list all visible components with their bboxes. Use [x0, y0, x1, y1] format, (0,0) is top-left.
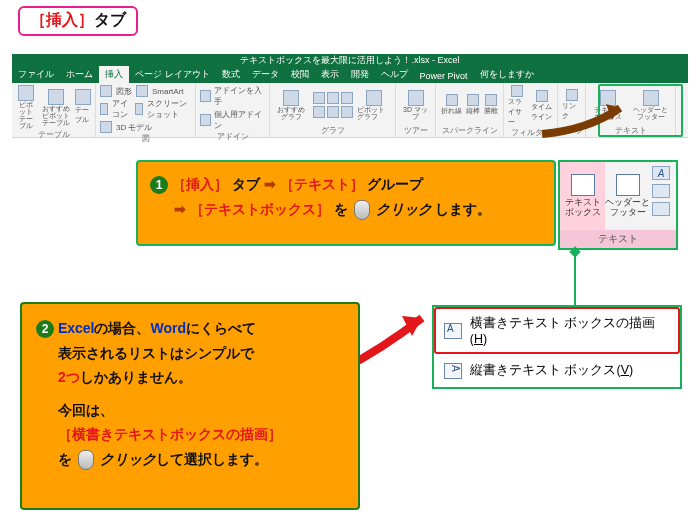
menu-h-text: 横書きテキスト ボックスの描画(H) [470, 315, 670, 346]
tab-home[interactable]: ホーム [60, 66, 99, 83]
group-table: ピボットテーブル おすすめ ピボットテーブル テーブル テーブル [12, 83, 96, 137]
zoom-textbox-button[interactable]: テキスト ボックス [560, 162, 605, 230]
menu-v-accel: V [621, 363, 629, 377]
reco-chart-label: おすすめグラフ [274, 106, 309, 120]
c2-two: 2つ [58, 369, 80, 385]
arrow-icon: ➡ [264, 176, 276, 192]
menu-v-pre: 縦書きテキスト ボックス( [470, 363, 621, 377]
c2-l2: 表示されるリストはシンプルで [36, 341, 344, 366]
link-icon[interactable] [566, 89, 578, 101]
insert-tab-callout: ［挿入］タブ [18, 6, 138, 36]
menu-horizontal-textbox[interactable]: 横書きテキスト ボックスの描画(H) [434, 307, 680, 354]
textbox-dropdown-menu: 横書きテキスト ボックスの描画(H) 縦書きテキスト ボックス(V) [432, 305, 682, 389]
c1-shimasu: します。 [435, 201, 491, 217]
instruction-callout-1: 1 ［挿入］ タブ ➡ ［テキスト］ グループ ➡ ［テキストボックス］ を ク… [136, 160, 556, 246]
chart-type-icon[interactable] [327, 92, 339, 104]
my-addins-icon[interactable] [200, 114, 211, 126]
headerfooter-icon[interactable] [643, 90, 659, 106]
shapes-icon[interactable] [100, 85, 112, 97]
pivot-icon[interactable] [18, 85, 34, 101]
slicer-label: スライサー [508, 97, 527, 127]
c2-t1: の場合、 [94, 320, 150, 336]
pivot-reco-label: おすすめ ピボットテーブル [40, 105, 71, 126]
tab-tell[interactable]: 何をしますか [474, 66, 540, 83]
get-addins-icon[interactable] [200, 90, 211, 102]
tab-layout[interactable]: ページ レイアウト [129, 66, 216, 83]
menu-v-post: ) [629, 363, 633, 377]
get-addins-label: アドインを入手 [214, 85, 265, 107]
chart-type-icon[interactable] [341, 106, 353, 118]
wordart-icon[interactable]: A [652, 166, 670, 180]
smartart-label: SmartArt [152, 87, 184, 96]
ribbon: ピボットテーブル おすすめ ピボットテーブル テーブル テーブル 図形Smart… [12, 83, 688, 138]
signature-icon[interactable] [652, 184, 670, 198]
spark-winloss-label: 勝敗 [484, 106, 498, 116]
c2-t4: して選択します。 [156, 451, 268, 467]
group-charts-label: グラフ [321, 125, 345, 137]
c2-l5: ［横書きテキストボックスの描画］ [36, 422, 344, 447]
smartart-icon[interactable] [136, 85, 148, 97]
pivotchart-icon[interactable] [366, 90, 382, 106]
group-illustrations-label: 図 [142, 133, 150, 145]
zoom-group-label: テキスト [560, 230, 676, 248]
3dmap-icon[interactable] [408, 90, 424, 106]
svg-marker-1 [402, 316, 422, 336]
menu-v-text: 縦書きテキスト ボックス(V) [470, 362, 633, 379]
chart-type-icon[interactable] [327, 106, 339, 118]
c2-word: Word [150, 320, 186, 336]
menu-h-pre: 横書きテキスト ボックスの描画( [470, 316, 655, 346]
object-icon[interactable] [652, 202, 670, 216]
screenshot-icon[interactable] [135, 103, 143, 115]
pivot-reco-icon[interactable] [48, 89, 64, 105]
text-group-zoom: テキスト ボックス ヘッダーと フッター A テキスト [558, 160, 678, 250]
pivotchart-label: ピボットグラフ [357, 106, 392, 120]
step-number-2: 2 [36, 320, 54, 338]
group-sparklines-label: スパークライン [442, 125, 498, 137]
chart-type-icon[interactable] [341, 92, 353, 104]
tab-insert[interactable]: 挿入 [99, 66, 129, 83]
menu-vertical-textbox[interactable]: 縦書きテキスト ボックス(V) [434, 354, 680, 387]
3dmodel-icon[interactable] [100, 121, 112, 133]
insert-tab-rest: タブ [94, 11, 126, 28]
zoom-headerfooter-label: ヘッダーと フッター [605, 198, 650, 218]
step-number-1: 1 [150, 176, 168, 194]
table-icon[interactable] [75, 89, 91, 105]
tab-powerpivot[interactable]: Power Pivot [414, 69, 474, 83]
icons-icon[interactable] [100, 103, 108, 115]
spark-col-icon[interactable] [467, 94, 479, 106]
c2-l4: 今回は、 [36, 398, 344, 423]
menu-h-post: ) [483, 332, 487, 346]
tab-formula[interactable]: 数式 [216, 66, 246, 83]
tab-view[interactable]: 表示 [315, 66, 345, 83]
group-links: リンク リンク [558, 83, 586, 137]
group-text-label: テキスト [615, 125, 647, 137]
tab-data[interactable]: データ [246, 66, 285, 83]
timeline-icon[interactable] [536, 90, 548, 102]
connector-line [574, 250, 576, 305]
c1-wo: を [334, 201, 348, 217]
slicer-icon[interactable] [511, 85, 523, 97]
tab-dev[interactable]: 開発 [345, 66, 375, 83]
reco-chart-icon[interactable] [283, 90, 299, 106]
zoom-headerfooter-button[interactable]: ヘッダーと フッター [605, 162, 650, 230]
chart-type-icon[interactable] [313, 92, 325, 104]
pivot-label: ピボットテーブル [16, 101, 36, 129]
group-text: テキスト ボックス ヘッダーと フッター テキスト [586, 83, 676, 137]
spark-winloss-icon[interactable] [485, 94, 497, 106]
icons-label: アイコン [112, 98, 131, 120]
my-addins-label: 個人用アドイン [214, 109, 265, 131]
c1-insert: ［挿入］ [172, 176, 228, 192]
tab-help[interactable]: ヘルプ [375, 66, 414, 83]
textbox-icon[interactable] [600, 90, 616, 106]
menu-h-accel: H [474, 332, 483, 346]
spark-line-icon[interactable] [446, 94, 458, 106]
group-charts: おすすめグラフ ピボットグラフ グラフ [270, 83, 396, 137]
link-label: リンク [562, 101, 581, 121]
c1-tab: タブ [232, 176, 260, 192]
tab-file[interactable]: ファイル [12, 66, 60, 83]
arrow-icon: ➡ [174, 201, 186, 217]
table-btn-label: テーブル [75, 105, 91, 125]
chart-type-icon[interactable] [313, 106, 325, 118]
group-table-label: テーブル [38, 129, 70, 141]
tab-review[interactable]: 校閲 [285, 66, 315, 83]
